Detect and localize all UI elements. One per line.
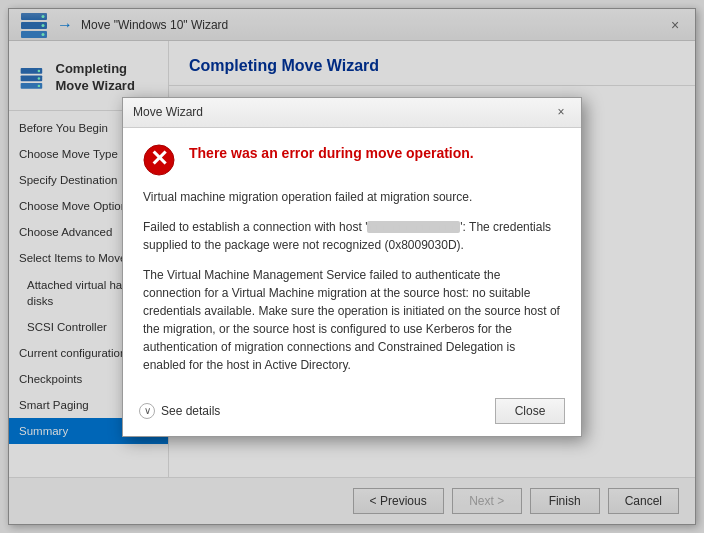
modal-titlebar: Move Wizard × (123, 98, 581, 128)
error-icon: ✕ (143, 144, 175, 176)
modal-message-3: The Virtual Machine Management Service f… (143, 266, 561, 374)
chevron-down-icon: ∨ (139, 403, 155, 419)
modal-overlay: Move Wizard × ✕ There was an error durin… (0, 0, 704, 533)
modal-body: ✕ There was an error during move operati… (123, 128, 581, 390)
see-details-label: See details (161, 404, 220, 418)
modal-footer: ∨ See details Close (123, 390, 581, 436)
modal-close-button[interactable]: × (551, 102, 571, 122)
modal-header-row: ✕ There was an error during move operati… (143, 144, 561, 176)
modal-message-2: Failed to establish a connection with ho… (143, 218, 561, 254)
svg-text:✕: ✕ (150, 146, 168, 171)
modal-title-text: Move Wizard (133, 105, 551, 119)
modal-close-button[interactable]: Close (495, 398, 565, 424)
redacted-ip: ■■■ ■■■ ■■■ ■■■ (367, 221, 460, 233)
modal-message-1: Virtual machine migration operation fail… (143, 188, 561, 206)
modal-dialog: Move Wizard × ✕ There was an error durin… (122, 97, 582, 437)
modal-error-title: There was an error during move operation… (189, 144, 474, 164)
see-details-button[interactable]: ∨ See details (139, 403, 220, 419)
